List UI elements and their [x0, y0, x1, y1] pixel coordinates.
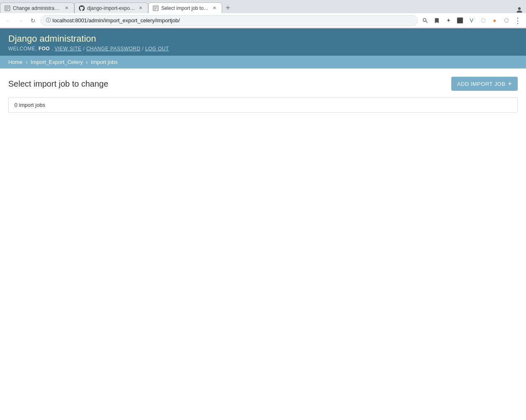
search-icon[interactable]: [420, 16, 430, 26]
extension-icon-6[interactable]: ⬡: [501, 16, 511, 26]
tab-label-1: Change administrat…: [13, 5, 61, 11]
browser-chrome: Change administrat… ✕ django-import-expo…: [0, 0, 526, 28]
add-button-label: ADD IMPORT JOB: [457, 81, 505, 87]
tab-close-1[interactable]: ✕: [63, 5, 70, 12]
tab-label-3: Select import job to…: [161, 5, 209, 11]
django-user-bar: WELCOME, FOO . VIEW SITE / CHANGE PASSWO…: [8, 46, 518, 52]
tab-label-2: django-import-expo…: [87, 5, 135, 11]
logout-link[interactable]: LOG OUT: [145, 46, 169, 52]
extension-icon-5[interactable]: ●: [490, 16, 500, 26]
breadcrumb-home[interactable]: Home: [8, 59, 23, 65]
more-options-button[interactable]: ⋮: [513, 16, 523, 26]
new-tab-button[interactable]: +: [222, 2, 234, 13]
back-button[interactable]: ←: [3, 16, 13, 26]
extension-icon-1[interactable]: ✦: [443, 16, 453, 26]
django-header: Django administration WELCOME, FOO . VIE…: [0, 28, 526, 56]
tab-icon-2: [79, 5, 85, 11]
address-value: localhost:8001/admin/import_export_celer…: [52, 17, 180, 24]
browser-tab-1[interactable]: Change administrat… ✕: [0, 2, 74, 13]
add-icon: +: [508, 80, 512, 87]
breadcrumb-bar: Home › Import_Export_Celery › Import job…: [0, 56, 526, 68]
django-admin-title: Django administration: [8, 33, 518, 44]
username: FOO: [38, 46, 50, 52]
results-container: 0 import jobs: [8, 97, 518, 113]
breadcrumb-sep-2: ›: [86, 59, 88, 65]
tab-icon-3: [153, 5, 159, 11]
results-info: 0 import jobs: [9, 98, 517, 112]
results-count: 0 import jobs: [14, 102, 45, 108]
tab-close-3[interactable]: ✕: [211, 5, 218, 12]
address-text: ⓘ: [46, 17, 51, 24]
tab-close-2[interactable]: ✕: [137, 5, 144, 12]
browser-tab-2[interactable]: django-import-expo… ✕: [74, 2, 148, 13]
extension-icon-4[interactable]: ⬡: [478, 16, 488, 26]
page-title: Select import job to change: [8, 79, 108, 89]
breadcrumb-app[interactable]: Import_Export_Celery: [31, 59, 83, 65]
breadcrumb-current: Import jobs: [91, 59, 117, 65]
browser-user-icon: [516, 7, 526, 13]
content-area: Select import job to change ADD IMPORT J…: [0, 68, 526, 121]
reload-button[interactable]: ↻: [28, 16, 38, 26]
page-header: Select import job to change ADD IMPORT J…: [8, 77, 518, 91]
extension-icon-3[interactable]: V: [467, 16, 476, 26]
view-site-link[interactable]: VIEW SITE: [54, 46, 81, 52]
change-password-link[interactable]: CHANGE PASSWORD: [86, 46, 140, 52]
tab-bar: Change administrat… ✕ django-import-expo…: [0, 0, 526, 13]
tab-icon-1: [5, 5, 10, 11]
breadcrumb-sep-1: ›: [26, 59, 27, 65]
browser-tab-3[interactable]: Select import job to… ✕: [148, 2, 222, 13]
bookmark-icon[interactable]: [432, 16, 442, 26]
extension-icon-2[interactable]: ⬛: [455, 16, 465, 26]
welcome-label: WELCOME,: [8, 46, 37, 52]
add-import-job-button[interactable]: ADD IMPORT JOB +: [451, 77, 518, 91]
address-bar[interactable]: ⓘ localhost:8001/admin/import_export_cel…: [40, 15, 418, 26]
browser-actions: ✦ ⬛ V ⬡ ● ⬡ ⋮: [420, 16, 523, 26]
address-bar-row: ← → ↻ ⓘ localhost:8001/admin/import_expo…: [0, 13, 526, 28]
forward-button[interactable]: →: [16, 16, 26, 26]
